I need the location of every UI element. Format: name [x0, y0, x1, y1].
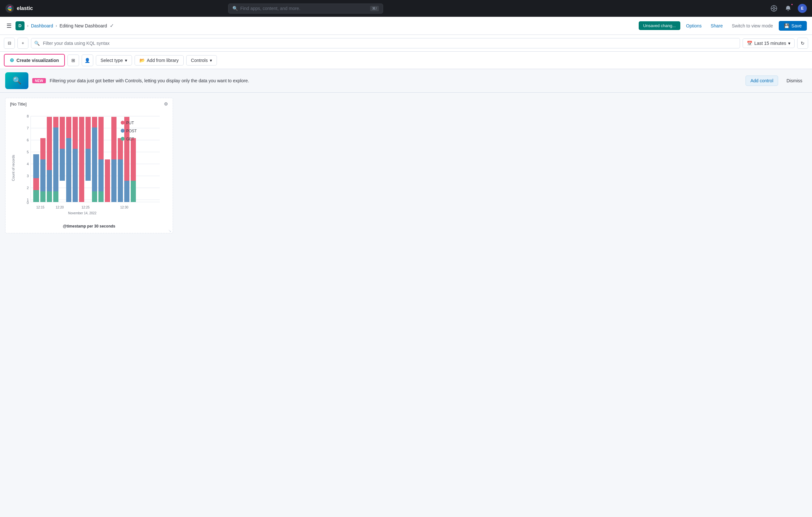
dashboard-toolbar: ⊕ Create visualization ⊞ 👤 Select type ▾…	[0, 52, 812, 69]
svg-rect-30	[33, 190, 39, 202]
visualization-panel: [No Title] ⚙ Count of records	[5, 98, 173, 233]
svg-rect-56	[98, 117, 104, 160]
global-search-bar[interactable]: 🔍 ⌘/	[228, 4, 383, 13]
svg-text:November 14, 2022: November 14, 2022	[68, 211, 96, 215]
time-range-picker[interactable]: 📅 Last 15 minutes ▾	[743, 38, 794, 48]
svg-text:5: 5	[27, 150, 29, 154]
svg-text:GET: GET	[126, 137, 134, 141]
svg-rect-44	[66, 138, 71, 202]
svg-rect-53	[92, 117, 97, 127]
svg-rect-33	[40, 191, 46, 202]
svg-rect-39	[53, 191, 58, 202]
svg-rect-35	[40, 138, 46, 160]
time-range-label: Last 15 minutes	[754, 41, 786, 46]
dashboard-letter-badge: D	[16, 21, 25, 30]
elastic-logo-icon	[5, 4, 14, 13]
svg-rect-60	[118, 160, 123, 202]
svg-rect-50	[86, 117, 91, 149]
add-control-button[interactable]: Add control	[746, 76, 778, 86]
svg-rect-55	[98, 160, 104, 191]
ml-icon: 👤	[85, 58, 90, 63]
banner-visual: 🔍	[5, 72, 28, 89]
svg-rect-45	[66, 117, 71, 138]
panel-resize-handle[interactable]: ↘	[168, 229, 171, 232]
add-from-library-button[interactable]: 📂 Add from library	[135, 55, 184, 65]
elastic-logo-text: elastic	[17, 5, 33, 11]
share-button[interactable]: Share	[707, 21, 726, 30]
controls-label: Controls	[191, 58, 208, 63]
svg-rect-40	[53, 127, 58, 191]
svg-rect-43	[60, 117, 65, 149]
svg-text:7: 7	[27, 126, 29, 130]
svg-rect-47	[72, 117, 78, 149]
svg-text:12:20: 12:20	[56, 206, 64, 209]
svg-point-4	[8, 8, 11, 9]
select-type-chevron-icon: ▾	[125, 58, 127, 63]
panel-title: [No Title]	[10, 102, 26, 107]
refresh-button[interactable]: ↻	[797, 38, 808, 49]
svg-rect-48	[79, 117, 84, 202]
select-type-label: Select type	[101, 58, 123, 63]
library-icon: 📂	[139, 58, 145, 63]
create-visualization-button[interactable]: ⊕ Create visualization	[4, 54, 65, 66]
panel-gear-icon[interactable]: ⚙	[164, 101, 168, 107]
create-viz-icon: ⊕	[10, 57, 14, 63]
filter-options-button[interactable]: ⊟	[4, 38, 15, 49]
svg-rect-46	[72, 149, 78, 202]
hamburger-menu-icon[interactable]: ☰	[5, 21, 13, 31]
switch-view-mode-button[interactable]: Switch to view mode	[728, 21, 776, 30]
create-viz-label: Create visualization	[17, 58, 59, 63]
svg-rect-62	[124, 181, 129, 202]
svg-text:POST: POST	[126, 129, 137, 133]
breadcrumb-dashboard-link[interactable]: Dashboard	[31, 23, 53, 28]
save-label: Save	[791, 23, 802, 28]
svg-rect-49	[86, 149, 91, 181]
svg-text:12:30: 12:30	[120, 206, 128, 209]
svg-rect-36	[47, 191, 52, 202]
kql-filter-input[interactable]	[31, 38, 740, 49]
svg-rect-65	[131, 138, 136, 181]
chart-x-title: @timestamp per 30 seconds	[10, 224, 168, 229]
svg-rect-42	[60, 149, 65, 181]
search-icon: 🔍	[232, 6, 238, 11]
unsaved-changes-button[interactable]: Unsaved chang...	[639, 21, 680, 30]
notification-dot-indicator	[791, 3, 793, 6]
svg-rect-34	[40, 160, 46, 191]
svg-rect-41	[53, 117, 58, 127]
select-type-button[interactable]: Select type ▾	[96, 55, 132, 65]
svg-text:2: 2	[27, 186, 29, 190]
search-kbd-shortcut: ⌘/	[370, 6, 379, 11]
add-icon: +	[22, 41, 24, 46]
controls-button[interactable]: Controls ▾	[186, 55, 217, 65]
notification-icon[interactable]	[784, 4, 793, 13]
new-badge: NEW	[32, 78, 46, 83]
add-library-label: Add from library	[147, 58, 179, 63]
svg-rect-58	[111, 160, 117, 202]
nav-icons: E	[770, 4, 807, 13]
add-filter-button[interactable]: +	[18, 38, 28, 49]
save-button[interactable]: 💾 Save	[779, 21, 807, 31]
text-icon-button[interactable]: ⊞	[67, 55, 79, 66]
controls-banner: 🔍 NEW Filtering your data just got bette…	[0, 69, 812, 93]
user-avatar[interactable]: E	[798, 4, 807, 13]
svg-text:4: 4	[27, 162, 29, 166]
svg-text:PUT: PUT	[126, 121, 134, 125]
elastic-logo[interactable]: elastic	[5, 4, 33, 13]
time-picker-chevron-icon: ▾	[788, 41, 790, 46]
breadcrumb-check-icon[interactable]: ✓	[110, 23, 114, 29]
filter-bar: ⊟ + 🔍 📅 Last 15 minutes ▾ ↻	[0, 35, 812, 52]
dismiss-button[interactable]: Dismiss	[782, 76, 807, 86]
kql-filter-wrapper: 🔍	[31, 38, 740, 49]
chart-area: Count of records 8	[5, 110, 173, 233]
text-icon: ⊞	[71, 58, 75, 63]
banner-message: Filtering your data just got better with…	[50, 78, 742, 83]
svg-text:0: 0	[27, 201, 29, 205]
ml-icon-button[interactable]: 👤	[82, 55, 93, 66]
svg-rect-38	[47, 117, 52, 170]
svg-rect-37	[47, 170, 52, 191]
support-icon[interactable]	[770, 4, 778, 13]
svg-rect-54	[98, 191, 104, 202]
chart-svg: 8 7 6 5 4 3 2 1 0	[18, 113, 166, 223]
options-button[interactable]: Options	[683, 21, 705, 30]
global-search-input[interactable]	[240, 6, 368, 11]
